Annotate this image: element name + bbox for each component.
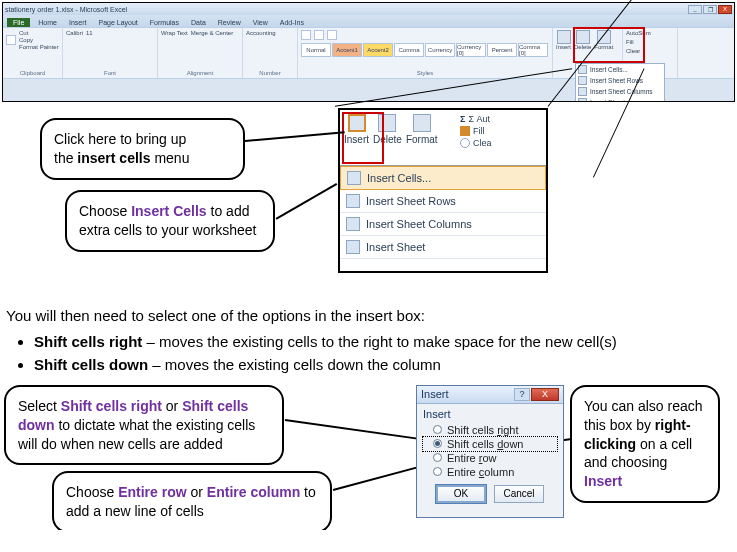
style-currency0[interactable]: Currency [0]	[456, 43, 486, 57]
cancel-button[interactable]: Cancel	[494, 485, 544, 503]
opt-label: Entire column	[447, 466, 514, 478]
dd-insert-sheet[interactable]: Insert Sheet	[576, 97, 664, 102]
text: Choose	[79, 203, 131, 219]
menu-insert-columns[interactable]: Insert Sheet Columns	[340, 213, 546, 236]
zoom-cells-panel: Insert Delete Format ΣΣ Aut Fill Clea In…	[338, 108, 548, 273]
text-highlight: Insert Cells	[131, 203, 206, 219]
tab-page-layout[interactable]: Page Layout	[94, 18, 141, 27]
menu-insert-sheet[interactable]: Insert Sheet	[340, 236, 546, 259]
minimize-button[interactable]: _	[688, 5, 702, 14]
cell-styles-icon[interactable]	[327, 30, 337, 40]
maximize-button[interactable]: ❐	[703, 5, 717, 14]
zoom-format-button[interactable]: Format	[406, 114, 438, 145]
ok-button[interactable]: OK	[436, 485, 486, 503]
dd-insert-rows[interactable]: Insert Sheet Rows	[576, 75, 664, 86]
clear-label[interactable]: Clea	[473, 138, 492, 148]
style-percent[interactable]: Percent	[487, 43, 517, 57]
group-label: Styles	[301, 70, 549, 76]
insert-icon	[557, 30, 571, 44]
font-name[interactable]: Calibri	[66, 30, 83, 36]
group-label: Number	[246, 70, 294, 76]
rows-icon	[346, 194, 360, 208]
wrap-text-button[interactable]: Wrap Text	[161, 30, 188, 36]
menu-label: Insert Sheet Columns	[366, 218, 472, 230]
close-button[interactable]: X	[531, 388, 559, 401]
help-button[interactable]: ?	[514, 388, 530, 401]
insert-dropdown-ribbon: Insert Cells... Insert Sheet Rows Insert…	[575, 63, 665, 102]
opt-entire-column[interactable]: Entire column	[423, 465, 557, 479]
style-comma[interactable]: Comma	[394, 43, 424, 57]
paste-icon[interactable]	[6, 35, 16, 45]
opt-entire-row[interactable]: Entire row	[423, 451, 557, 465]
highlight-insert-button	[342, 112, 384, 164]
number-format[interactable]: Accounting	[246, 30, 276, 36]
dialog-body: Insert Shift cells right Shift cells dow…	[417, 404, 563, 507]
merge-center-button[interactable]: Merge & Center	[191, 30, 233, 36]
zoom-editing: ΣΣ Aut Fill Clea	[458, 110, 546, 165]
cut-button[interactable]: Cut	[19, 30, 59, 36]
style-normal[interactable]: Normal	[301, 43, 331, 57]
file-tab[interactable]: File	[7, 18, 30, 27]
conditional-formatting-icon[interactable]	[301, 30, 311, 40]
format-icon	[413, 114, 431, 132]
group-label: Font	[66, 70, 154, 76]
autosum-label[interactable]: Σ Aut	[468, 114, 490, 124]
dialog-titlebar: Insert ? X	[417, 386, 563, 404]
text-highlight: Insert	[584, 473, 622, 489]
close-button[interactable]: X	[718, 5, 732, 14]
style-accent1[interactable]: Accent1	[332, 43, 362, 57]
tab-insert[interactable]: Insert	[65, 18, 91, 27]
opt-desc: – moves the existing cells down the colu…	[152, 356, 440, 373]
text: the	[54, 150, 77, 166]
radio-icon	[433, 439, 442, 448]
style-accent2[interactable]: Accent2	[363, 43, 393, 57]
dd-label: Insert Sheet Rows	[590, 77, 643, 84]
opt-name: Shift cells down	[34, 356, 152, 373]
text-bold: insert cells	[77, 150, 150, 166]
group-styles: Normal Accent1 Accent2 Comma Currency Cu…	[298, 28, 553, 78]
menu-insert-rows[interactable]: Insert Sheet Rows	[340, 190, 546, 213]
excel-window: stationery order 1.xlsx - Microsoft Exce…	[2, 2, 735, 102]
instruction-text: You will then need to select one of the …	[6, 306, 731, 375]
text: menu	[151, 150, 190, 166]
tab-data[interactable]: Data	[187, 18, 210, 27]
group-font: Calibri 11 Font	[63, 28, 158, 78]
opt-shift-right[interactable]: Shift cells right	[423, 423, 557, 437]
insert-button[interactable]: Insert	[556, 30, 571, 50]
style-comma0[interactable]: Comma [0]	[518, 43, 548, 57]
opt-label: Entire row	[447, 452, 497, 464]
tab-formulas[interactable]: Formulas	[146, 18, 183, 27]
dd-insert-columns[interactable]: Insert Sheet Columns	[576, 86, 664, 97]
text-highlight: Entire row	[118, 484, 186, 500]
columns-icon	[346, 217, 360, 231]
menu-insert-cells[interactable]: Insert Cells...	[340, 166, 546, 190]
tab-addins[interactable]: Add-Ins	[276, 18, 308, 27]
style-currency[interactable]: Currency	[425, 43, 455, 57]
menu-label: Insert Sheet	[366, 241, 425, 253]
tab-home[interactable]: Home	[34, 18, 61, 27]
text: to dictate what the existing cells will …	[18, 417, 255, 452]
cells-icon	[347, 171, 361, 185]
callout-right-click: You can also reach this box by right-cli…	[570, 385, 720, 503]
format-painter-button[interactable]: Format Painter	[19, 44, 59, 50]
fill-label[interactable]: Fill	[473, 126, 485, 136]
text: or	[187, 484, 207, 500]
lower-section: Select Shift cells right or Shift cells …	[0, 385, 737, 530]
tab-view[interactable]: View	[249, 18, 272, 27]
font-size[interactable]: 11	[86, 30, 93, 36]
tab-review[interactable]: Review	[214, 18, 245, 27]
opt-shift-down[interactable]: Shift cells down	[423, 437, 557, 451]
dd-insert-cells[interactable]: Insert Cells...	[576, 64, 664, 75]
list-item: Shift cells down – moves the existing ce…	[34, 355, 731, 375]
zoom-insert-menu: Insert Cells... Insert Sheet Rows Insert…	[340, 166, 546, 259]
format-as-table-icon[interactable]	[314, 30, 324, 40]
sheet-icon	[346, 240, 360, 254]
copy-button[interactable]: Copy	[19, 37, 59, 43]
options-list: Shift cells right – moves the existing c…	[34, 332, 731, 375]
opt-label: Shift cells right	[447, 424, 519, 436]
callout-entire-row-column: Choose Entire row or Entire column to ad…	[52, 471, 332, 530]
dd-label: Insert Sheet Columns	[590, 88, 653, 95]
insert-dialog: Insert ? X Insert Shift cells right Shif…	[416, 385, 564, 518]
pointer-line	[276, 183, 337, 219]
group-label: Clipboard	[6, 70, 59, 76]
